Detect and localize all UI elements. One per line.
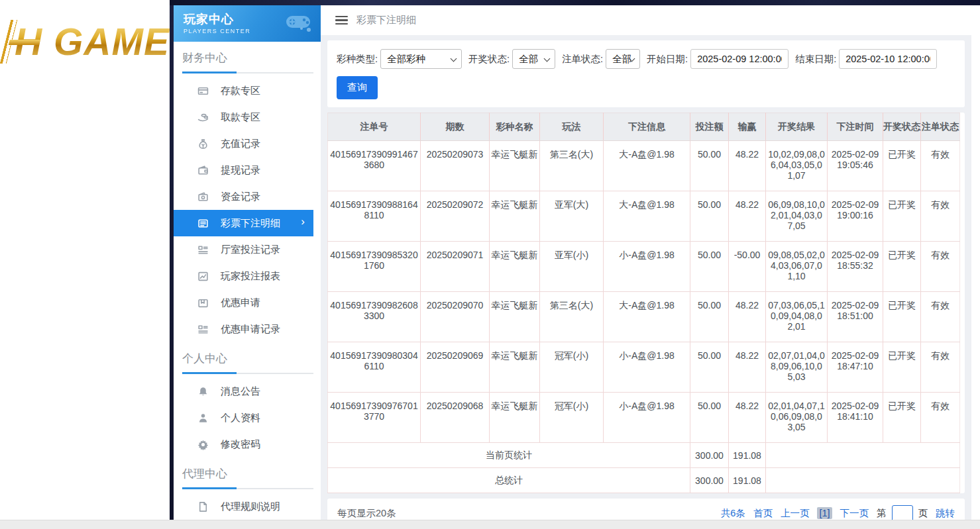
sidebar-item-recharge-record[interactable]: 充值记录 — [174, 130, 313, 157]
room-bet-record-icon — [197, 244, 209, 256]
summary-empty-cell — [766, 443, 960, 468]
table-cell: 48.22 — [729, 141, 766, 191]
gamepad-icon — [284, 11, 313, 37]
table-cell: 401569173909826083300 — [328, 292, 421, 342]
table-cell: 401569173909881648110 — [328, 191, 421, 242]
draw-status-select[interactable]: 全部 — [512, 49, 555, 69]
current-page-indicator[interactable]: [1] — [817, 507, 832, 519]
table-cell: 大-A盘@1.98 — [604, 141, 690, 191]
table-cell: -50.00 — [729, 242, 766, 292]
table-cell: 48.22 — [729, 191, 766, 242]
right-background-strip — [971, 5, 980, 520]
sidebar-item-promo-apply[interactable]: 优惠申请 — [174, 289, 313, 316]
sidebar-item-label: 玩家投注报表 — [221, 270, 280, 283]
table-cell: 48.22 — [729, 342, 766, 393]
password-icon — [197, 438, 209, 450]
chevron-down-icon — [451, 56, 457, 62]
jump-page-input[interactable] — [892, 505, 913, 520]
sidebar-item-withdraw[interactable]: 取款专区 — [174, 104, 313, 130]
table-cell: 2025-02-09 18:41:10 — [828, 393, 883, 443]
table-cell: 401569173909914673680 — [328, 141, 421, 191]
table-cell: 2025-02-09 19:00:16 — [828, 191, 883, 242]
sidebar-item-promo-record[interactable]: 优惠申请记录 — [174, 316, 313, 342]
sidebar-item-label: 资金记录 — [221, 191, 260, 203]
end-date-input[interactable] — [839, 49, 937, 69]
hamburger-icon[interactable] — [335, 16, 348, 25]
start-date-label: 开始日期: — [647, 53, 688, 66]
section-divider — [182, 72, 313, 73]
table-cell: 20250209071 — [421, 242, 490, 292]
table-cell: 07,03,06,05,10,09,04,08,02,01 — [766, 292, 828, 342]
summary-bet-total: 300.00 — [690, 468, 729, 493]
table-row: 40156917390988164811020250209072幸运飞艇新亚军(… — [328, 191, 960, 242]
sidebar-item-room-bet-record[interactable]: 厅室投注记录 — [174, 236, 313, 263]
table-cell: 50.00 — [690, 292, 729, 342]
summary-row: 总统计300.00191.08 — [328, 468, 960, 493]
bet-table-card: 注单号期数彩种名称玩法下注信息投注额输赢开奖结果下注时间开奖状态注单状态 401… — [327, 113, 965, 493]
table-cell: 幸运飞艇新 — [490, 292, 540, 342]
table-row: 40156917390985320176020250209071幸运飞艇新亚军(… — [328, 242, 960, 292]
table-cell: 50.00 — [690, 242, 729, 292]
table-cell: 冠军(小) — [540, 342, 604, 393]
table-cell: 已开奖 — [883, 141, 921, 191]
sidebar-item-label: 优惠申请记录 — [221, 323, 280, 336]
summary-label: 当前页统计 — [328, 443, 690, 468]
sidebar-item-label: 厅室投注记录 — [221, 244, 280, 256]
table-cell: 20250209070 — [421, 292, 490, 342]
sidebar-section-title: 个人中心 — [174, 342, 321, 369]
column-header: 玩法 — [540, 113, 604, 141]
promo-record-icon — [197, 323, 209, 335]
bet-table: 注单号期数彩种名称玩法下注信息投注额输赢开奖结果下注时间开奖状态注单状态 401… — [327, 113, 960, 493]
end-date-label: 结束日期: — [795, 53, 836, 66]
lottery-type-select[interactable]: 全部彩种 — [380, 49, 462, 69]
jump-prefix-label: 第 — [877, 507, 887, 520]
sidebar-item-label: 提现记录 — [221, 164, 260, 177]
sidebar-item-label: 修改密码 — [221, 438, 260, 451]
table-cell: 小-A盘@1.98 — [604, 242, 690, 292]
logo-area: H GAME — [0, 0, 170, 520]
table-cell: 有效 — [921, 292, 960, 342]
pagination-bar: 每页显示20条 共6条 首页 上一页 [1] 下一页 第 页 跳转 — [327, 499, 965, 520]
table-cell: 已开奖 — [883, 393, 921, 443]
table-cell: 已开奖 — [883, 342, 921, 393]
search-button[interactable]: 查询 — [337, 76, 378, 99]
draw-status-label: 开奖状态: — [468, 53, 510, 66]
first-page-link[interactable]: 首页 — [753, 507, 773, 520]
sidebar-item-agent-rules[interactable]: 代理规则说明 — [174, 493, 313, 520]
sidebar-item-funds-record[interactable]: 资金记录 — [174, 183, 313, 210]
table-cell: 有效 — [921, 191, 960, 242]
table-cell: 2025-02-09 18:51:00 — [828, 292, 883, 342]
summary-row: 当前页统计300.00191.08 — [328, 443, 960, 468]
table-cell: 幸运飞艇新 — [490, 242, 540, 292]
table-cell: 已开奖 — [883, 242, 921, 292]
sidebar-item-label: 个人资料 — [221, 412, 260, 424]
sidebar-section-title: 财务中心 — [174, 42, 321, 68]
next-page-link[interactable]: 下一页 — [840, 507, 869, 520]
section-divider — [182, 373, 313, 374]
order-status-select[interactable]: 全部 — [606, 49, 640, 69]
sidebar-item-profile[interactable]: 个人资料 — [174, 405, 313, 431]
column-header: 期数 — [421, 113, 490, 141]
start-date-input[interactable] — [690, 49, 789, 69]
prev-page-link[interactable]: 上一页 — [781, 507, 810, 520]
sidebar-item-message[interactable]: 消息公告 — [174, 378, 313, 405]
sidebar-item-password[interactable]: 修改密码 — [174, 431, 313, 457]
sidebar-item-label: 充值记录 — [221, 138, 260, 150]
table-cell: 20250209069 — [421, 342, 490, 393]
sidebar-item-label: 彩票下注明细 — [221, 217, 280, 230]
sidebar-item-withdrawal-record[interactable]: 提现记录 — [174, 157, 313, 183]
funds-record-icon — [197, 191, 209, 203]
table-cell: 有效 — [921, 393, 960, 443]
sidebar-item-deposit[interactable]: 存款专区 — [174, 77, 313, 104]
sidebar-item-label: 存款专区 — [221, 85, 260, 97]
table-cell: 10,02,09,08,06,04,03,05,01,07 — [766, 141, 828, 191]
table-cell: 20250209072 — [421, 191, 490, 242]
sidebar-item-lottery-detail[interactable]: 彩票下注明细› — [174, 210, 313, 236]
jump-button[interactable]: 跳转 — [936, 507, 955, 520]
table-cell: 50.00 — [690, 393, 729, 443]
horizontal-scrollbar[interactable] — [0, 520, 980, 529]
table-cell: 48.22 — [729, 292, 766, 342]
order-status-label: 注单状态: — [562, 53, 603, 66]
table-cell: 50.00 — [690, 191, 729, 242]
sidebar-item-player-report[interactable]: 玩家投注报表 — [174, 263, 313, 289]
